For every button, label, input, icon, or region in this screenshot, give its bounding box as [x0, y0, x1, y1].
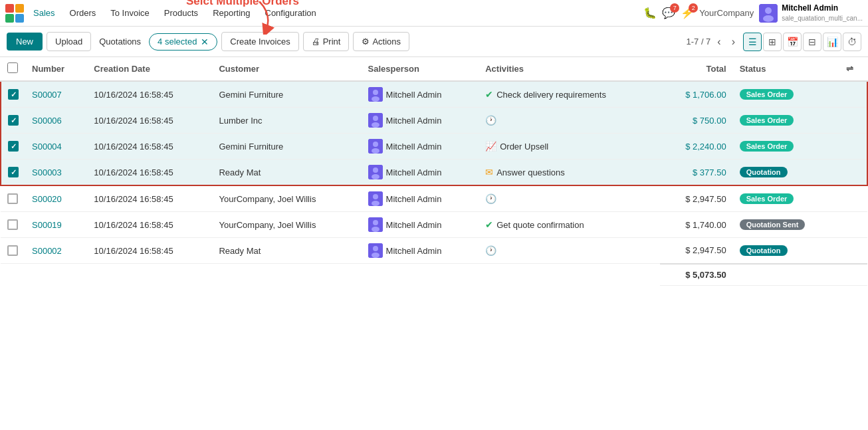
checkbox-checked[interactable]: ✓	[8, 167, 19, 177]
row-customer[interactable]: YourCompany, Joel Willis	[212, 185, 361, 212]
col-total: Total	[660, 57, 733, 81]
svg-point-9	[372, 96, 380, 102]
row-checkbox-cell[interactable]: ✓	[1, 81, 25, 108]
table-row[interactable]: S0000210/16/2024 16:58:45Ready MatMitche…	[1, 238, 867, 264]
actions-label: Actions	[372, 37, 401, 47]
row-activity: ✔Check delivery requirements	[479, 81, 659, 108]
row-checkbox-cell[interactable]	[1, 212, 25, 238]
status-badge: Sales Order	[740, 115, 794, 126]
table-row[interactable]: S0001910/16/2024 16:58:45YourCompany, Jo…	[1, 212, 867, 238]
upload-button[interactable]: Upload	[47, 32, 91, 51]
table-row[interactable]: ✓S0000310/16/2024 16:58:45Ready MatMitch…	[1, 160, 867, 186]
calendar-view-icon[interactable]: 📅	[783, 33, 802, 51]
row-number[interactable]: S00007	[25, 81, 87, 108]
row-total: $ 1,706.00	[660, 81, 733, 108]
row-number[interactable]: S00019	[25, 212, 87, 238]
row-customer[interactable]: Lumber Inc	[212, 108, 361, 134]
table-row[interactable]: ✓S0000710/16/2024 16:58:45Gemini Furnitu…	[1, 81, 867, 108]
salesperson-name: Mitchell Admin	[386, 116, 442, 126]
print-button[interactable]: 🖨 Print	[303, 32, 350, 51]
menu-to-invoice[interactable]: To Invoice	[104, 5, 156, 21]
row-number[interactable]: S00003	[25, 160, 87, 186]
printer-icon: 🖨	[312, 37, 320, 47]
svg-point-6	[763, 15, 774, 22]
row-customer[interactable]: Ready Mat	[212, 238, 361, 264]
company-selector[interactable]: YourCompany	[699, 8, 754, 18]
status-badge: Sales Order	[740, 193, 794, 204]
row-date: 10/16/2024 16:58:45	[87, 238, 212, 264]
salesperson-avatar	[368, 139, 383, 154]
select-all-header[interactable]	[1, 57, 25, 81]
svg-rect-1	[15, 4, 24, 13]
selected-badge[interactable]: 4 selected ✕	[149, 33, 217, 51]
menu-reporting[interactable]: Reporting	[206, 5, 257, 21]
row-number[interactable]: S00002	[25, 238, 87, 264]
row-total: $ 1,740.00	[660, 212, 733, 238]
pivot-view-icon[interactable]: ⊟	[803, 33, 821, 51]
view-switcher: ☰ ⊞ 📅 ⊟ 📊 ⏱	[743, 33, 861, 51]
table-row[interactable]: ✓S0000410/16/2024 16:58:45Gemini Furnitu…	[1, 134, 867, 160]
svg-point-11	[373, 116, 378, 121]
row-checkbox-cell[interactable]	[1, 185, 25, 212]
row-customer[interactable]: YourCompany, Joel Willis	[212, 212, 361, 238]
checkbox-checked[interactable]: ✓	[8, 115, 19, 126]
svg-point-21	[372, 201, 380, 206]
checkbox-unchecked[interactable]	[7, 219, 18, 230]
menu-configuration[interactable]: Configuration	[259, 5, 323, 21]
menu-sales[interactable]: Sales	[27, 5, 62, 21]
quotations-button[interactable]: Quotations	[95, 33, 145, 51]
create-invoices-button[interactable]: Create Invoices	[221, 32, 298, 51]
salesperson-name: Mitchell Admin	[386, 167, 442, 177]
svg-point-26	[373, 246, 378, 251]
checkbox-checked[interactable]: ✓	[8, 141, 19, 152]
table-row[interactable]: ✓S0000610/16/2024 16:58:45Lumber IncMitc…	[1, 108, 867, 134]
gear-icon: ⚙	[362, 37, 370, 47]
row-customer[interactable]: Gemini Furniture	[212, 134, 361, 160]
row-salesperson: Mitchell Admin	[362, 108, 479, 134]
row-extra	[839, 238, 867, 264]
table-row[interactable]: S0002010/16/2024 16:58:45YourCompany, Jo…	[1, 185, 867, 212]
list-view-icon[interactable]: ☰	[743, 33, 762, 51]
row-checkbox-cell[interactable]	[1, 238, 25, 264]
activity-icon[interactable]: ⚡ 2	[681, 7, 694, 19]
user-menu[interactable]: Mitchell Admin sale_quatation_multi_can.…	[759, 3, 863, 23]
checkbox-unchecked[interactable]	[7, 193, 18, 204]
activity-view-icon[interactable]: ⏱	[843, 33, 861, 51]
row-total: $ 750.00	[660, 108, 733, 134]
row-customer[interactable]: Ready Mat	[212, 160, 361, 186]
user-subtitle: sale_quatation_multi_can...	[782, 14, 863, 23]
chat-icon[interactable]: 💬 7	[662, 7, 675, 19]
graph-view-icon[interactable]: 📊	[823, 33, 841, 51]
col-adjust[interactable]: ⇌	[839, 57, 867, 81]
activity-text: Order Upsell	[500, 142, 548, 152]
chat-badge: 7	[670, 3, 679, 13]
app-logo[interactable]	[5, 4, 24, 23]
checkbox-unchecked[interactable]	[7, 245, 18, 256]
company-name: YourCompany	[699, 8, 754, 18]
salesperson-avatar	[368, 217, 383, 232]
checkbox-checked[interactable]: ✓	[8, 89, 19, 100]
kanban-view-icon[interactable]: ⊞	[763, 33, 782, 51]
menu-products[interactable]: Products	[158, 5, 205, 21]
col-creation-date: Creation Date	[87, 57, 212, 81]
prev-page-button[interactable]: ‹	[713, 35, 724, 49]
row-customer[interactable]: Gemini Furniture	[212, 81, 361, 108]
bug-icon[interactable]: 🐛	[643, 7, 657, 19]
new-button[interactable]: New	[7, 33, 43, 51]
row-checkbox-cell[interactable]: ✓	[1, 160, 25, 186]
clear-selection-icon[interactable]: ✕	[201, 37, 209, 47]
row-checkbox-cell[interactable]: ✓	[1, 108, 25, 134]
row-number[interactable]: S00020	[25, 185, 87, 212]
menu-orders[interactable]: Orders	[63, 5, 103, 21]
svg-point-5	[765, 7, 772, 14]
row-number[interactable]: S00006	[25, 108, 87, 134]
actions-button[interactable]: ⚙ Actions	[353, 32, 409, 51]
status-badge: Quotation	[740, 167, 788, 177]
next-page-button[interactable]: ›	[728, 35, 739, 49]
row-checkbox-cell[interactable]: ✓	[1, 134, 25, 160]
top-navigation: Sales Orders To Invoice Products Reporti…	[0, 0, 868, 27]
row-number[interactable]: S00004	[25, 134, 87, 160]
salesperson-avatar	[368, 113, 383, 128]
status-badge: Sales Order	[740, 141, 794, 152]
svg-point-18	[372, 174, 380, 179]
